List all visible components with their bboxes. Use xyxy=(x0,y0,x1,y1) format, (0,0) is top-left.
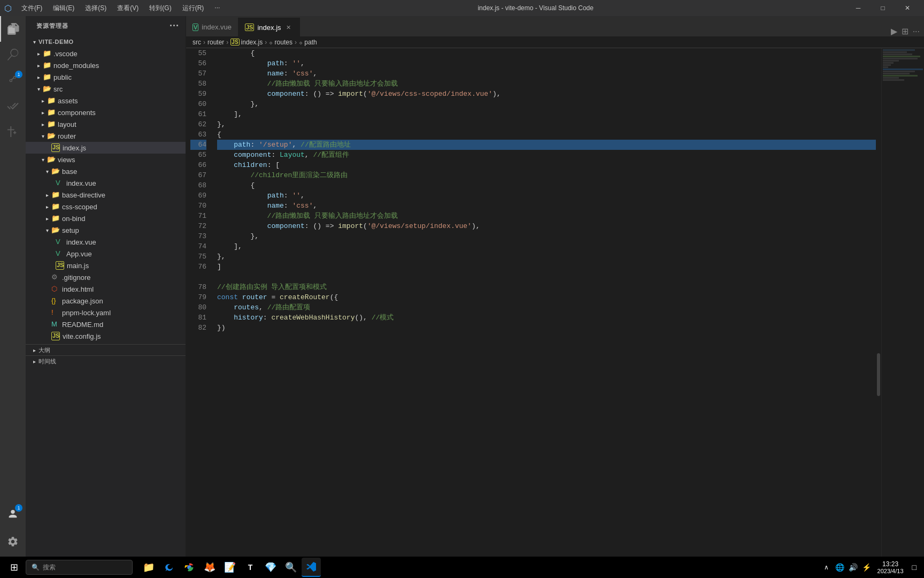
taskbar-file-explorer[interactable]: 📁 xyxy=(139,558,158,577)
breadcrumb-src[interactable]: src xyxy=(192,39,201,46)
tree-item-setup-index[interactable]: V index.vue xyxy=(26,236,186,248)
activity-explorer[interactable] xyxy=(0,16,26,42)
close-button[interactable]: ✕ xyxy=(895,0,920,16)
tree-item-base[interactable]: ▾ 📂 base xyxy=(26,165,186,177)
code-line-58: //路由懒加载 只要输入路由地址才会加载 xyxy=(217,79,876,89)
tree-item-components[interactable]: ▸ 📁 components xyxy=(26,107,186,118)
code-line-61: ], xyxy=(217,109,876,119)
minimize-button[interactable]: ─ xyxy=(846,0,871,16)
breadcrumb-router[interactable]: router xyxy=(207,39,224,46)
taskbar-vscode[interactable] xyxy=(302,558,321,577)
timeline-section[interactable]: ▸ 时间线 xyxy=(26,356,186,367)
taskbar-search-tool[interactable]: 🔍 xyxy=(281,558,301,577)
tray-battery-icon[interactable]: ⚡ xyxy=(861,562,872,573)
activity-run-debug[interactable] xyxy=(0,93,26,119)
tree-item-vite-demo[interactable]: ▾ VITE-DEMO xyxy=(26,36,186,48)
split-editor-button[interactable]: ⊞ xyxy=(902,26,908,36)
window-title: index.js - vite-demo - Visual Studio Cod… xyxy=(229,4,842,12)
line-numbers: 55 56 57 58 59 60 61 62 63 64 65 66 67 6… xyxy=(186,48,213,557)
activity-extensions[interactable] xyxy=(0,119,26,144)
scrollbar[interactable] xyxy=(876,48,881,557)
menu-view[interactable]: 查看(V) xyxy=(112,2,144,15)
js-breadcrumb-icon: JS xyxy=(230,39,239,45)
folder-icon: 📁 xyxy=(51,214,60,223)
taskbar-chrome[interactable] xyxy=(180,558,199,577)
code-line-64: path: '/setup', //配置路由地址 xyxy=(217,140,876,150)
folder-icon: 📁 xyxy=(43,61,51,70)
minimap-content xyxy=(882,48,924,82)
tab-index-vue[interactable]: V index.vue xyxy=(186,18,238,36)
tray-icons[interactable]: ∧ xyxy=(821,558,832,577)
vue-file-icon: V xyxy=(56,179,64,187)
tree-item-on-bind[interactable]: ▸ 📁 on-bind xyxy=(26,212,186,224)
gitignore-icon: ⚙ xyxy=(51,273,60,282)
tree-item-app-vue[interactable]: V App.vue xyxy=(26,248,186,260)
folder-open-icon: 📂 xyxy=(51,167,60,176)
vue-file-icon: V xyxy=(56,249,64,258)
activity-source-control[interactable]: 1 xyxy=(0,67,26,93)
tree-item-main-js[interactable]: JS main.js xyxy=(26,260,186,271)
code-line-60: }, xyxy=(217,99,876,109)
tree-item-vite-config[interactable]: JS vite.config.js xyxy=(26,330,186,342)
menu-select[interactable]: 选择(S) xyxy=(80,2,112,15)
activity-settings[interactable] xyxy=(0,529,26,554)
tree-item-router[interactable]: ▾ 📂 router xyxy=(26,130,186,142)
tree-item-index-html[interactable]: ⬡ index.html xyxy=(26,283,186,295)
tree-item-layout[interactable]: ▸ 📁 layout xyxy=(26,118,186,130)
sidebar-dots[interactable]: ··· xyxy=(170,20,179,32)
tree-item-views[interactable]: ▾ 📂 views xyxy=(26,154,186,165)
tree-item-gitignore[interactable]: ⚙ .gitignore xyxy=(26,271,186,283)
tray-arrow-icon: ∧ xyxy=(824,564,829,571)
scrollbar-thumb[interactable] xyxy=(877,353,880,396)
tray-notification-icon[interactable]: □ xyxy=(909,558,920,577)
tree-item-base-index[interactable]: V index.vue xyxy=(26,177,186,189)
vue-file-icon: V xyxy=(56,238,64,246)
taskbar-edge[interactable] xyxy=(159,558,179,577)
maximize-button[interactable]: □ xyxy=(871,0,895,16)
code-editor[interactable]: { path: '', name: 'css', //路由 xyxy=(213,48,876,557)
tree-item-css-scoped[interactable]: ▸ 📁 css-scoped xyxy=(26,201,186,212)
start-button[interactable]: ⊞ xyxy=(4,558,24,577)
tray-network-icon[interactable]: 🌐 xyxy=(834,562,845,573)
run-button[interactable]: ▶ xyxy=(891,26,897,36)
activity-account[interactable]: 1 xyxy=(0,501,26,527)
menu-more[interactable]: ··· xyxy=(209,2,225,15)
more-actions-button[interactable]: ··· xyxy=(913,27,920,36)
tree-item-setup[interactable]: ▾ 📂 setup xyxy=(26,224,186,236)
outline-section[interactable]: ▸ 大纲 xyxy=(26,345,186,355)
tree-item-package-json[interactable]: {} package.json xyxy=(26,295,186,307)
system-clock[interactable]: 13:23 2023/4/13 xyxy=(874,558,907,577)
taskbar-ruby[interactable]: 💎 xyxy=(261,558,280,577)
folder-open-icon: 📂 xyxy=(47,132,56,140)
breadcrumb-routes[interactable]: ⬦ routes xyxy=(269,39,292,46)
taskbar-firefox[interactable]: 🦊 xyxy=(200,558,219,577)
html-file-icon: ⬡ xyxy=(51,285,60,293)
tree-item-assets[interactable]: ▸ 📁 assets xyxy=(26,95,186,107)
tab-index-js[interactable]: JS index.js ✕ xyxy=(238,18,300,36)
tree-item-node-modules[interactable]: ▸ 📁 node_modules xyxy=(26,59,186,71)
tree-item-router-index[interactable]: JS index.js xyxy=(26,142,186,154)
folder-open-icon: 📂 xyxy=(51,226,60,234)
tray-speaker-icon[interactable]: 🔊 xyxy=(848,562,859,573)
tree-item-src[interactable]: ▾ 📂 src xyxy=(26,83,186,95)
tree-item-vscode[interactable]: ▸ 📁 .vscode xyxy=(26,48,186,59)
menu-run[interactable]: 运行(R) xyxy=(177,2,210,15)
breadcrumb-path[interactable]: ⬦ path xyxy=(299,39,317,46)
breadcrumb-file[interactable]: JS index.js xyxy=(230,39,263,46)
menu-goto[interactable]: 转到(G) xyxy=(144,2,176,15)
activity-search[interactable] xyxy=(0,42,26,67)
tree-item-readme[interactable]: M README.md xyxy=(26,318,186,330)
taskbar-apps: 📁 🦊 📝 T 💎 🔍 xyxy=(139,558,321,577)
menu-edit[interactable]: 编辑(E) xyxy=(48,2,80,15)
taskbar-notepad[interactable]: 📝 xyxy=(220,558,240,577)
sidebar-header: 资源管理器 ··· xyxy=(26,16,186,36)
tree-item-base-directive[interactable]: ▸ 📁 base-directive xyxy=(26,189,186,201)
tab-close-button[interactable]: ✕ xyxy=(284,23,293,32)
tree-item-public[interactable]: ▸ 📁 public xyxy=(26,71,186,83)
taskbar-search[interactable]: 🔍 搜索 xyxy=(26,560,133,575)
taskbar-text[interactable]: T xyxy=(241,558,260,577)
tree-item-pnpm-lock[interactable]: ! pnpm-lock.yaml xyxy=(26,307,186,318)
sidebar: 资源管理器 ··· ▾ VITE-DEMO ▸ 📁 .vscode ▸ 📁 no… xyxy=(26,16,186,557)
menu-file[interactable]: 文件(F) xyxy=(16,2,48,15)
code-line-63: { xyxy=(217,130,876,140)
